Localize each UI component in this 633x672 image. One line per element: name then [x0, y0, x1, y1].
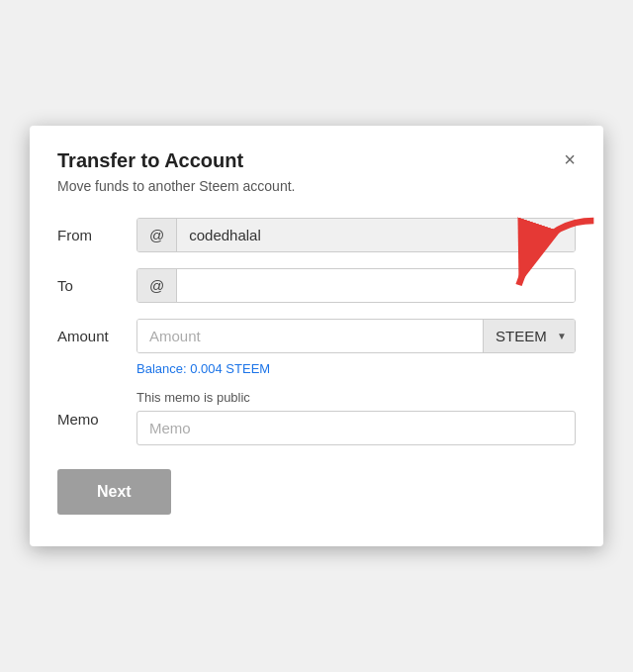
modal-title: Transfer to Account: [57, 149, 243, 172]
from-input: [177, 219, 575, 251]
to-input[interactable]: [177, 269, 575, 302]
modal-subtitle: Move funds to another Steem account.: [57, 178, 576, 194]
to-at-prefix: @: [137, 269, 177, 302]
memo-label: Memo: [57, 411, 136, 428]
to-label: To: [57, 277, 136, 294]
memo-note: This memo is public: [136, 390, 576, 405]
amount-input-group: STEEM SBD: [136, 319, 576, 353]
from-at-prefix: @: [137, 219, 177, 251]
to-row: To @: [57, 268, 576, 303]
modal-header: Transfer to Account ×: [57, 149, 576, 172]
to-input-group: @: [136, 268, 576, 303]
from-row: From @: [57, 218, 576, 252]
amount-label: Amount: [57, 328, 136, 344]
from-input-group: @: [136, 218, 576, 252]
next-button[interactable]: Next: [57, 469, 171, 515]
from-label: From: [57, 227, 136, 243]
transfer-modal: Transfer to Account × Move funds to anot…: [30, 126, 603, 546]
memo-row: Memo: [57, 411, 576, 445]
balance-text: Balance: 0.004 STEEM: [136, 361, 576, 376]
close-button[interactable]: ×: [564, 149, 576, 169]
amount-input[interactable]: [137, 320, 483, 352]
amount-row: Amount STEEM SBD: [57, 319, 576, 353]
modal-overlay: Transfer to Account × Move funds to anot…: [0, 0, 633, 672]
currency-select[interactable]: STEEM SBD: [483, 320, 575, 352]
currency-wrapper: STEEM SBD: [483, 320, 575, 352]
memo-input[interactable]: [136, 411, 576, 445]
